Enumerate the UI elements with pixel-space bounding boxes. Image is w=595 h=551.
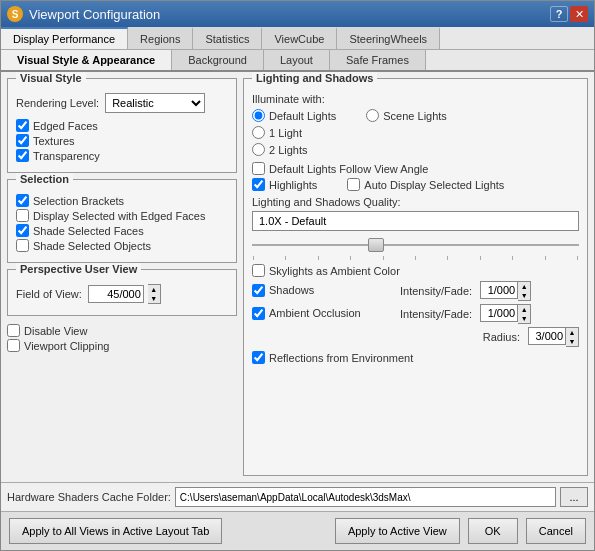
- ambient-spinner-group: ▲ ▼: [480, 304, 531, 324]
- one-light-row: 1 Light: [252, 126, 336, 139]
- fov-up-button[interactable]: ▲: [148, 285, 160, 294]
- shadows-checkbox[interactable]: [252, 284, 265, 297]
- ambient-up-btn[interactable]: ▲: [518, 305, 530, 314]
- viewport-clipping-row: Viewport Clipping: [7, 339, 237, 352]
- tabs-row2: Visual Style & Appearance Background Lay…: [1, 50, 594, 72]
- ok-button[interactable]: OK: [468, 518, 518, 544]
- apply-active-button[interactable]: Apply to Active View: [335, 518, 460, 544]
- textures-row: Textures: [16, 134, 228, 147]
- ambient-intensity-input[interactable]: [480, 304, 518, 322]
- edged-faces-row: Edged Faces: [16, 119, 228, 132]
- default-lights-row: Default Lights: [252, 109, 336, 122]
- shadows-row: Shadows Intensity/Fade: ▲ ▼: [252, 281, 579, 301]
- disable-view-checkbox[interactable]: [7, 324, 20, 337]
- title-controls: ? ✕: [550, 6, 588, 22]
- tab-display-performance[interactable]: Display Performance: [1, 27, 128, 49]
- scene-lights-label: Scene Lights: [383, 110, 447, 122]
- slider-thumb[interactable]: [368, 238, 384, 252]
- shade-faces-checkbox[interactable]: [16, 224, 29, 237]
- tick-11: [577, 256, 578, 260]
- tick-10: [545, 256, 546, 260]
- fov-input-group: ▲ ▼: [88, 284, 161, 304]
- highlights-checkbox[interactable]: [252, 178, 265, 191]
- edged-faces-checkbox[interactable]: [16, 119, 29, 132]
- selection-brackets-row: Selection Brackets: [16, 194, 228, 207]
- rendering-level-label: Rendering Level:: [16, 97, 99, 109]
- textures-checkbox[interactable]: [16, 134, 29, 147]
- tab-visual-style[interactable]: Visual Style & Appearance: [1, 50, 172, 70]
- radius-spinner-group: ▲ ▼: [528, 327, 579, 347]
- shade-faces-row: Shade Selected Faces: [16, 224, 228, 237]
- tick-2: [285, 256, 286, 260]
- fov-input[interactable]: [88, 285, 144, 303]
- app-icon: S: [7, 6, 23, 22]
- ambient-down-btn[interactable]: ▼: [518, 314, 530, 323]
- transparency-checkbox[interactable]: [16, 149, 29, 162]
- hardware-browse-button[interactable]: ...: [560, 487, 588, 507]
- hardware-path-input[interactable]: [175, 487, 556, 507]
- quality-label: Lighting and Shadows Quality:: [252, 196, 579, 208]
- fov-down-button[interactable]: ▼: [148, 294, 160, 303]
- scene-lights-radio[interactable]: [366, 109, 379, 122]
- shadows-intensity-input[interactable]: [480, 281, 518, 299]
- shade-objects-label: Shade Selected Objects: [33, 240, 151, 252]
- misc-checkboxes: Disable View Viewport Clipping: [7, 322, 237, 356]
- display-selected-checkbox[interactable]: [16, 209, 29, 222]
- tab-statistics[interactable]: Statistics: [193, 27, 262, 49]
- tab-layout[interactable]: Layout: [264, 50, 330, 70]
- ambient-checkbox[interactable]: [252, 307, 265, 320]
- radius-input[interactable]: [528, 327, 566, 345]
- follow-view-angle-label: Default Lights Follow View Angle: [269, 163, 428, 175]
- tab-viewcube[interactable]: ViewCube: [262, 27, 337, 49]
- tab-safe-frames[interactable]: Safe Frames: [330, 50, 426, 70]
- reflections-checkbox[interactable]: [252, 351, 265, 364]
- tick-5: [383, 256, 384, 260]
- shadows-up-btn[interactable]: ▲: [518, 282, 530, 291]
- close-button[interactable]: ✕: [570, 6, 588, 22]
- radius-down-btn[interactable]: ▼: [566, 337, 578, 346]
- display-selected-row: Display Selected with Edged Faces: [16, 209, 228, 222]
- help-button[interactable]: ?: [550, 6, 568, 22]
- lighting-shadows-group: Lighting and Shadows Illuminate with: De…: [243, 78, 588, 476]
- viewport-configuration-window: S Viewport Configuration ? ✕ Display Per…: [0, 0, 595, 551]
- shadows-spinner-group: ▲ ▼: [480, 281, 531, 301]
- two-lights-radio[interactable]: [252, 143, 265, 156]
- shadows-down-btn[interactable]: ▼: [518, 291, 530, 300]
- radius-up-btn[interactable]: ▲: [566, 328, 578, 337]
- radius-spin-btns: ▲ ▼: [566, 327, 579, 347]
- one-light-label: 1 Light: [269, 127, 302, 139]
- tick-9: [512, 256, 513, 260]
- transparency-row: Transparency: [16, 149, 228, 162]
- follow-view-angle-checkbox[interactable]: [252, 162, 265, 175]
- right-panel: Lighting and Shadows Illuminate with: De…: [243, 78, 588, 476]
- cancel-button[interactable]: Cancel: [526, 518, 586, 544]
- two-lights-label: 2 Lights: [269, 144, 308, 156]
- rendering-level-select[interactable]: Realistic Shaded Consistent Colors Hidde…: [105, 93, 205, 113]
- slider-ticks: [252, 256, 579, 260]
- tab-regions[interactable]: Regions: [128, 27, 193, 49]
- auto-display-checkbox[interactable]: [347, 178, 360, 191]
- hardware-row: Hardware Shaders Cache Folder: ...: [1, 482, 594, 511]
- one-light-radio[interactable]: [252, 126, 265, 139]
- default-lights-radio[interactable]: [252, 109, 265, 122]
- ambient-row: Ambient Occlusion Intensity/Fade: ▲ ▼: [252, 304, 579, 324]
- illuminate-radios: Default Lights 1 Light 2 Lights: [252, 109, 579, 158]
- ambient-intensity-label: Intensity/Fade:: [400, 308, 472, 320]
- left-panel: Visual Style Rendering Level: Realistic …: [7, 78, 237, 476]
- shade-objects-checkbox[interactable]: [16, 239, 29, 252]
- skylights-checkbox[interactable]: [252, 264, 265, 277]
- quality-value-box: 1.0X - Default: [252, 211, 579, 231]
- apply-all-button[interactable]: Apply to All Views in Active Layout Tab: [9, 518, 222, 544]
- auto-display-row: Auto Display Selected Lights: [347, 178, 504, 191]
- textures-label: Textures: [33, 135, 75, 147]
- radio-col2: Scene Lights: [366, 109, 447, 158]
- hardware-label: Hardware Shaders Cache Folder:: [7, 491, 171, 503]
- selection-brackets-checkbox[interactable]: [16, 194, 29, 207]
- viewport-clipping-checkbox[interactable]: [7, 339, 20, 352]
- tab-steeringwheels[interactable]: SteeringWheels: [337, 27, 440, 49]
- shade-faces-label: Shade Selected Faces: [33, 225, 144, 237]
- bottom-bar: Apply to All Views in Active Layout Tab …: [1, 511, 594, 550]
- slider-track: [252, 244, 579, 246]
- shadows-spin-btns: ▲ ▼: [518, 281, 531, 301]
- tab-background[interactable]: Background: [172, 50, 264, 70]
